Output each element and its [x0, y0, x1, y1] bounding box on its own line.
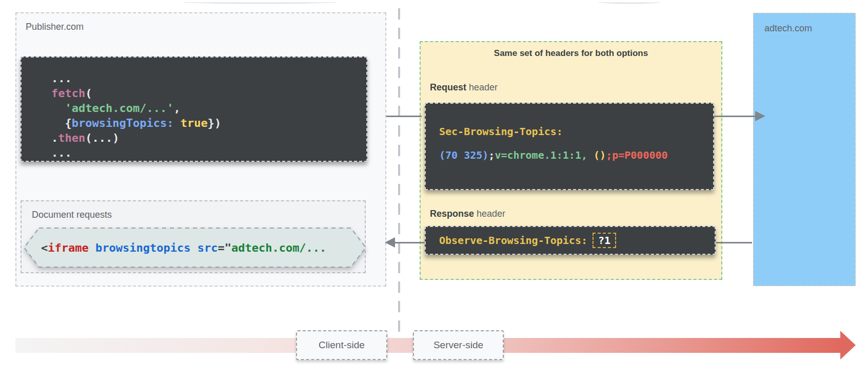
- code-line: 'adtech.com/...',: [51, 101, 366, 116]
- code-line: .then(...): [51, 130, 366, 145]
- request-arrowhead-icon: [755, 111, 765, 121]
- request-arrow-line-left: [386, 116, 422, 117]
- code-line: {browsingTopics: true}): [51, 116, 366, 130]
- response-header-label-bold: Response: [430, 209, 474, 219]
- request-header-value: (70 325);v=chrome.1:1:1, ();p=P000000: [439, 148, 713, 162]
- response-arrow-line-left: [395, 242, 425, 243]
- fetch-code-block: ... fetch( 'adtech.com/...', {browsingTo…: [21, 56, 367, 162]
- code-line: ...: [51, 71, 366, 86]
- response-arrowhead-icon: [385, 237, 395, 248]
- code-line: fetch(: [51, 86, 366, 101]
- request-header-label-rest: header: [466, 82, 498, 92]
- server-side-badge: Server-side: [413, 330, 504, 360]
- code-line: ...: [51, 145, 366, 160]
- response-header-name: Observe-Browsing-Topics:: [439, 234, 587, 247]
- client-side-label: Client-side: [319, 340, 365, 351]
- headers-panel-title: Same set of headers for both options: [420, 48, 722, 59]
- request-header-code-block: Sec-Browsing-Topics: (70 325);v=chrome.1…: [425, 103, 714, 190]
- iframe-code-line: <iframe browsingtopics src="adtech.com/.…: [41, 228, 359, 268]
- request-header-name: Sec-Browsing-Topics:: [439, 124, 713, 139]
- timeline-arrowhead-icon: [840, 331, 856, 360]
- request-arrow-line-right: [714, 116, 756, 117]
- request-header-label: Request header: [430, 82, 498, 93]
- adtech-label: adtech.com: [764, 23, 812, 34]
- cropped-top-fragment-left: [183, 0, 338, 4]
- client-side-badge: Client-side: [296, 330, 387, 360]
- server-side-label: Server-side: [433, 340, 483, 351]
- response-header-label-rest: header: [474, 209, 505, 219]
- response-header-label: Response header: [430, 209, 505, 219]
- document-requests-label: Document requests: [32, 210, 112, 220]
- response-arrow-line-right: [716, 242, 752, 243]
- topics-api-diagram: Publisher.com ... fetch( 'adtech.com/...…: [0, 0, 868, 377]
- request-header-label-bold: Request: [430, 82, 466, 92]
- client-server-separator-line: [398, 8, 400, 333]
- response-header-value-badge: ?1: [593, 233, 616, 248]
- adtech-container: adtech.com: [753, 13, 856, 286]
- publisher-label: Publisher.com: [26, 22, 84, 32]
- cropped-top-fragment-right: [598, 0, 661, 4]
- response-header-code-block: Observe-Browsing-Topics: ?1: [425, 226, 716, 255]
